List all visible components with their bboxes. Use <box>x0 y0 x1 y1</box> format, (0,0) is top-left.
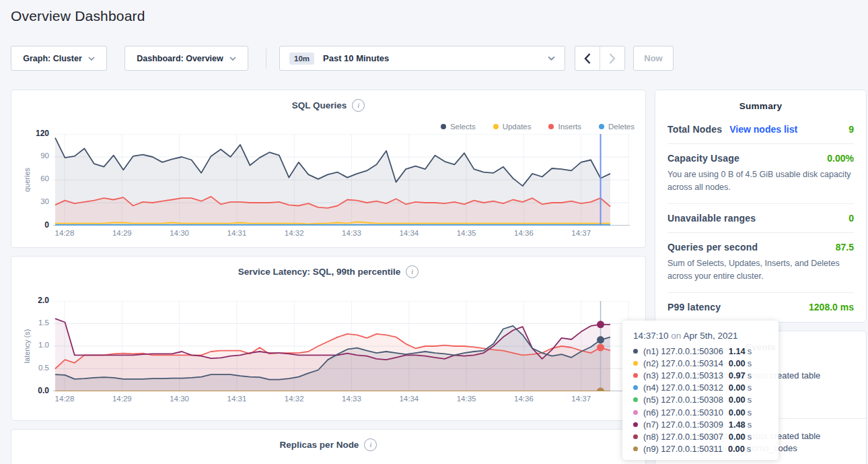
service-latency-plot[interactable]: 0.00.51.01.52.014:2814:2914:3014:3114:32… <box>53 301 630 391</box>
legend-label: Selects <box>450 123 476 131</box>
x-axis-tick: 14:37 <box>571 229 591 237</box>
summary-label: Unavailable ranges <box>667 213 756 224</box>
now-button[interactable]: Now <box>633 46 674 71</box>
info-icon[interactable]: i <box>352 99 365 112</box>
x-axis-tick: 14:36 <box>514 229 534 237</box>
tooltip-row: (n1) 127.0.0.1:503061.14s <box>633 345 768 357</box>
y-axis-tick: 0.5 <box>25 364 49 372</box>
legend-dot <box>599 124 604 129</box>
node-color-dot <box>633 410 638 415</box>
x-axis-tick: 14:36 <box>514 395 534 403</box>
x-axis-tick: 14:33 <box>342 395 361 403</box>
summary-value: 1208.0 ms <box>809 302 854 312</box>
tooltip-row: (n2) 127.0.0.1:503140.00s <box>633 357 768 369</box>
time-next-button[interactable] <box>600 46 624 70</box>
sql-queries-plot[interactable]: 030609012014:2814:2914:3014:3114:3214:33… <box>53 134 630 226</box>
node-color-dot <box>633 446 638 451</box>
tooltip-node-unit: s <box>748 420 752 430</box>
x-axis-tick: 14:32 <box>285 229 304 237</box>
graph-dropdown-label: Graph: Cluster <box>23 54 82 63</box>
chart-title: SQL Queries <box>292 100 347 110</box>
x-axis-tick: 14:32 <box>285 395 304 403</box>
chart-title-row: Service Latency: SQL, 99th percentile i <box>11 265 645 278</box>
tooltip-node-unit: s <box>748 370 752 380</box>
legend-label: Updates <box>503 123 532 131</box>
dashboard-dropdown[interactable]: Dashboard: Overview <box>124 46 248 71</box>
y-axis-tick: 0.0 <box>25 386 49 395</box>
summary-row: Total NodesView nodes list9 <box>667 115 854 143</box>
x-axis-tick: 14:31 <box>227 395 247 403</box>
node-color-dot <box>633 361 638 366</box>
legend-dot <box>441 124 446 129</box>
tooltip-node-label: (n9) 127.0.0.1:50311 <box>643 444 723 454</box>
x-axis-tick: 14:35 <box>457 229 476 237</box>
tooltip-node-unit: s <box>748 383 752 393</box>
summary-row-top: Queries per second87.5 <box>667 242 854 253</box>
x-axis-tick: 14:34 <box>399 229 419 237</box>
tooltip-node-value: 0.00 <box>729 432 746 442</box>
tooltip-node-value: 1.14 <box>729 346 746 356</box>
summary-value: 9 <box>848 124 854 135</box>
tooltip-node-unit: s <box>747 444 751 454</box>
chevron-right-icon <box>609 53 616 64</box>
dashboard-dropdown-label: Dashboard: Overview <box>137 54 223 63</box>
x-axis-tick: 14:34 <box>399 395 419 403</box>
summary-rows: Total NodesView nodes list9Capacity Usag… <box>655 115 866 321</box>
legend-item[interactable]: Inserts <box>548 123 581 131</box>
tooltip-node-unit: s <box>748 432 752 442</box>
graph-dropdown[interactable]: Graph: Cluster <box>11 46 107 71</box>
summary-row-top: Capacity Usage0.00% <box>667 153 854 164</box>
x-axis-tick: 14:31 <box>227 229 247 237</box>
summary-label: Capacity Usage <box>667 153 739 164</box>
tooltip-node-value: 0.00 <box>729 358 746 368</box>
legend-item[interactable]: Selects <box>441 123 476 131</box>
tooltip-rows: (n1) 127.0.0.1:503061.14s(n2) 127.0.0.1:… <box>633 345 768 455</box>
tooltip-row: (n4) 127.0.0.1:503120.00s <box>633 382 768 394</box>
info-icon[interactable]: i <box>364 438 377 451</box>
tooltip-node-label: (n5) 127.0.0.1:50308 <box>643 395 723 405</box>
x-axis-tick: 14:37 <box>571 395 591 403</box>
x-axis-tick: 14:30 <box>170 395 189 403</box>
summary-row: P99 latency1208.0 ms <box>667 292 854 321</box>
y-axis-tick: 1.5 <box>25 319 49 327</box>
summary-subtext: You are using 0 B of 4.5 GiB usable disk… <box>667 168 854 195</box>
summary-row-top: Total NodesView nodes list9 <box>667 124 854 135</box>
info-icon[interactable]: i <box>406 265 419 278</box>
chart-hover-tooltip: 14:37:10 on Apr 5th, 2021 (n1) 127.0.0.1… <box>622 321 779 460</box>
service-latency-panel: Service Latency: SQL, 99th percentile i … <box>11 256 646 421</box>
plot-svg[interactable] <box>53 301 630 391</box>
time-range-dropdown[interactable]: 10m Past 10 Minutes <box>279 46 565 71</box>
tooltip-node-value: 0.00 <box>729 383 746 393</box>
chevron-down-icon <box>88 57 95 61</box>
x-axis-tick: 14:30 <box>170 229 189 237</box>
summary-label: P99 latency <box>667 302 721 312</box>
time-prev-button[interactable] <box>575 46 600 70</box>
controls-bar: Graph: Cluster Dashboard: Overview 10m P… <box>11 46 674 71</box>
summary-row: Queries per second87.5Sum of Selects, Up… <box>667 232 854 292</box>
summary-value: 87.5 <box>836 242 854 253</box>
tooltip-row: (n5) 127.0.0.1:503080.00s <box>633 394 768 406</box>
tooltip-node-unit: s <box>748 346 752 356</box>
tooltip-node-label: (n2) 127.0.0.1:50314 <box>643 358 723 368</box>
view-nodes-list-link[interactable]: View nodes list <box>729 124 797 135</box>
y-axis-label: queries <box>23 168 31 192</box>
x-axis-tick: 14:29 <box>112 395 132 403</box>
time-range-label: Past 10 Minutes <box>323 53 389 63</box>
x-axis-tick: 14:35 <box>457 395 476 403</box>
x-axis-tick: 14:28 <box>55 229 75 237</box>
chevron-down-icon <box>229 57 236 61</box>
summary-row: Unavailable ranges0 <box>667 203 854 232</box>
plot-svg[interactable] <box>53 134 630 226</box>
summary-value: 0.00% <box>827 153 854 164</box>
node-color-dot <box>633 373 638 378</box>
chart-title-row: SQL Queries i <box>11 99 645 112</box>
tooltip-node-value: 0.00 <box>729 407 746 418</box>
y-axis-tick: 90 <box>25 152 49 160</box>
summary-subtext: Sum of Selects, Updates, Inserts, and De… <box>667 257 854 284</box>
chart-title: Replicas per Node <box>280 440 359 450</box>
legend-item[interactable]: Deletes <box>599 123 635 131</box>
chart-legend: SelectsUpdatesInsertsDeletes <box>441 123 635 131</box>
sql-queries-panel: SQL Queries i SelectsUpdatesInsertsDelet… <box>11 90 646 248</box>
tooltip-node-label: (n1) 127.0.0.1:50306 <box>643 346 723 356</box>
legend-item[interactable]: Updates <box>493 123 532 131</box>
